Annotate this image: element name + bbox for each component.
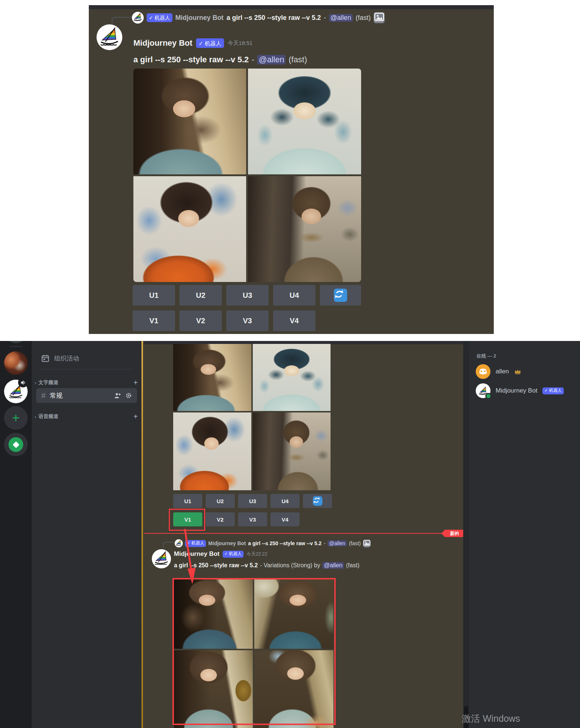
image-glyph-icon (363, 539, 371, 548)
reply-spine (163, 542, 174, 548)
channel-sidebar: 组织活动 › 文字频道 + # 常规 › 语音频道 + (32, 341, 142, 728)
channel-settings-icon[interactable] (125, 392, 132, 399)
red-arrow-annotation (181, 529, 199, 588)
red-annotation-box-v1 (169, 509, 205, 531)
events-label: 组织活动 (54, 354, 79, 363)
refresh-arrows-icon (313, 497, 322, 505)
new-messages-badge[interactable]: 新的 (444, 530, 465, 537)
chevron-icon: › (35, 414, 36, 419)
bot-badge: ✓ 机器人 (223, 551, 244, 558)
mention-allen[interactable]: @allen (257, 55, 286, 65)
upscale-button-u3[interactable]: U3 (238, 494, 267, 508)
rail-divider (10, 346, 22, 347)
variation-button-v3[interactable]: V3 (238, 512, 267, 526)
create-channel-icon[interactable]: + (133, 379, 138, 387)
crop-top-edge (89, 5, 494, 9)
channel-name: 常规 (50, 391, 63, 400)
reply-prompt: a girl --s 250 --style raw --v 5.2 (227, 14, 321, 22)
generated-image-2[interactable] (248, 69, 361, 174)
variation-button-v1[interactable]: V1 (133, 310, 175, 331)
image-glyph-icon (374, 11, 385, 24)
reply-avatar[interactable] (132, 12, 144, 24)
new-badge-label: 新的 (450, 530, 459, 537)
variation-button-v3[interactable]: V3 (226, 310, 269, 331)
invite-people-icon[interactable] (114, 392, 121, 399)
chat-scrollbar-track[interactable] (463, 341, 469, 728)
mention-allen[interactable]: @allen (322, 562, 344, 569)
compass-icon (8, 437, 23, 452)
add-server-button[interactable]: + (4, 406, 28, 430)
prompt-text: a girl --s 250 --style raw --v 5.2 (133, 55, 249, 65)
reply-preview[interactable]: ✓ 机器人 Midjourney Bot a girl --s 250 --st… (132, 11, 385, 24)
reroll-button[interactable] (303, 494, 332, 508)
bot-avatar[interactable] (97, 24, 122, 50)
upscale-button-u1[interactable]: U1 (173, 494, 202, 508)
explore-servers-button[interactable] (4, 433, 28, 456)
username[interactable]: Midjourney Bot (133, 38, 192, 48)
refresh-arrows-icon (334, 289, 347, 301)
attachment-image-icon (374, 12, 385, 23)
generated-image-3[interactable] (173, 412, 251, 490)
midjourney-sailboat-icon (152, 549, 171, 568)
server-icon-partial[interactable] (4, 341, 28, 343)
reply-prompt: a girl --s 250 --style raw --v 5.2 (248, 540, 321, 546)
generated-image-2[interactable] (253, 344, 331, 411)
reply-username[interactable]: Midjourney Bot (175, 14, 224, 22)
bot-avatar[interactable] (476, 383, 490, 398)
generated-image-1[interactable] (173, 344, 251, 411)
member-name: allen (496, 368, 509, 375)
events-entry[interactable]: 组织活动 (41, 351, 79, 365)
member-row-midjourney-bot[interactable]: Midjourney Bot ✓ 机器人 (476, 382, 577, 399)
online-status-dot (485, 393, 492, 399)
bot-avatar[interactable] (152, 549, 171, 568)
screenshot-top-message: ✓ 机器人 Midjourney Bot a girl --s 250 --st… (89, 5, 494, 334)
refresh-icon (334, 289, 347, 302)
windows-activation-watermark: 激活 Windows (462, 713, 520, 725)
upscale-button-u2[interactable]: U2 (179, 285, 222, 306)
mention-allen[interactable]: @allen (329, 14, 353, 22)
upscale-button-u1[interactable]: U1 (133, 285, 175, 306)
owner-crown-icon (514, 369, 521, 375)
voice-channels-header[interactable]: › 语音频道 + (35, 412, 138, 421)
voice-indicator-badge (18, 377, 28, 387)
upscale-button-u4[interactable]: U4 (270, 494, 300, 508)
mention-allen[interactable]: @allen (328, 540, 347, 546)
message-prompt: a girl --s 250 --style raw --v 5.2 - @al… (133, 54, 307, 66)
generated-image-4[interactable] (253, 412, 331, 490)
red-annotation-box-grid (172, 578, 336, 725)
channel-item-general[interactable]: # 常规 (36, 388, 137, 403)
server-icon-dm[interactable] (4, 351, 28, 375)
text-channels-label: 文字频道 (38, 379, 58, 386)
midjourney-sailboat-icon (132, 12, 144, 24)
image-grid-original[interactable] (133, 69, 361, 282)
upscale-button-u2[interactable]: U2 (206, 494, 235, 508)
member-list: 在线 — 2 allen Midjourney Bot ✓ 机器人 (469, 341, 580, 728)
generated-image-4[interactable] (248, 176, 361, 282)
timestamp: 今天18:51 (228, 40, 253, 47)
reply-preview[interactable]: ✓ 机器人 Midjourney Bot a girl --s 250 --st… (175, 539, 371, 548)
attachment-image-icon (363, 540, 371, 547)
variation-button-v4[interactable]: V4 (273, 310, 315, 331)
server-rail: + (0, 341, 32, 728)
text-channels-header[interactable]: › 文字频道 + (35, 378, 138, 387)
reply-separator: - (324, 540, 325, 546)
allen-avatar[interactable] (476, 364, 490, 379)
generated-image-3[interactable] (133, 176, 246, 282)
hash-icon: # (41, 391, 46, 400)
chevron-icon: › (35, 380, 36, 386)
variation-button-v2[interactable]: V2 (206, 512, 235, 526)
variation-button-v2[interactable]: V2 (179, 310, 222, 331)
online-header: 在线 — 2 (476, 353, 496, 359)
reply-username[interactable]: Midjourney Bot (208, 540, 246, 546)
generated-image-1[interactable] (133, 69, 246, 174)
upscale-button-u3[interactable]: U3 (226, 285, 269, 306)
reply-suffix: (fast) (349, 540, 361, 546)
reply-separator: - (324, 14, 326, 22)
upscale-button-u4[interactable]: U4 (273, 285, 315, 306)
create-channel-icon[interactable]: + (133, 412, 138, 421)
variation-button-v4[interactable]: V4 (270, 512, 300, 526)
member-row-allen[interactable]: allen (476, 363, 573, 380)
prompt-separator: - (252, 55, 254, 65)
speaker-icon (20, 380, 26, 386)
reroll-button[interactable] (320, 285, 361, 306)
